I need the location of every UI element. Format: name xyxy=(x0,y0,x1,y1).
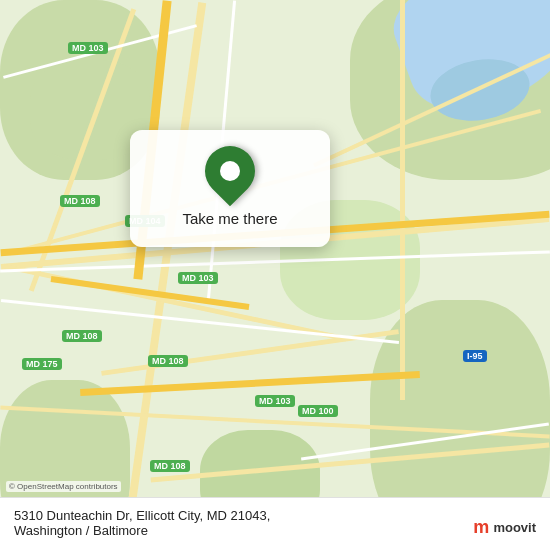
popup-card: Take me there xyxy=(130,130,330,247)
moovit-icon: m xyxy=(473,517,489,538)
take-me-there-button[interactable]: Take me there xyxy=(150,206,310,231)
road-label-md100: MD 100 xyxy=(298,405,338,417)
road-label-i95: I-95 xyxy=(463,350,487,362)
road-label-md103-2: MD 103 xyxy=(178,272,218,284)
map-pin-inner xyxy=(220,161,240,181)
address-line: 5310 Dunteachin Dr, Ellicott City, MD 21… xyxy=(14,508,536,538)
bottom-bar: 5310 Dunteachin Dr, Ellicott City, MD 21… xyxy=(0,497,550,550)
osm-attribution: © OpenStreetMap contributors xyxy=(6,481,121,492)
road-label-md103-3: MD 103 xyxy=(255,395,295,407)
road-label-md108: MD 108 xyxy=(60,195,100,207)
road-label-md175: MD 175 xyxy=(22,358,62,370)
road-label-md108-3: MD 108 xyxy=(148,355,188,367)
moovit-wordmark: moovit xyxy=(493,520,536,535)
road-label-md103: MD 103 xyxy=(68,42,108,54)
map-pin xyxy=(195,136,266,207)
road-label-md108-2: MD 108 xyxy=(62,330,102,342)
road-label-md108-4: MD 108 xyxy=(150,460,190,472)
moovit-logo: m moovit xyxy=(473,517,536,538)
map-pin-container xyxy=(150,146,310,196)
map-container: MD 103 MD 108 MD 104 MD 103 MD 108 MD 10… xyxy=(0,0,550,550)
road xyxy=(400,0,405,400)
